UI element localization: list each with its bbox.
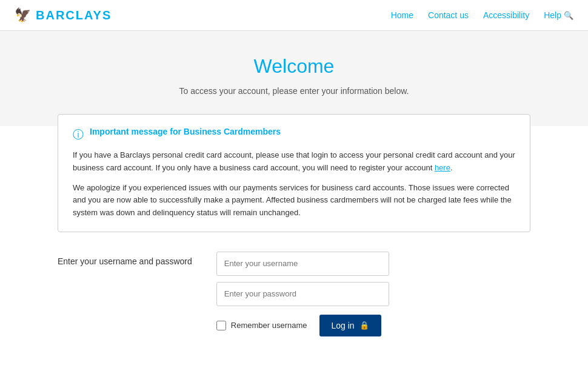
welcome-title: Welcome (12, 55, 576, 78)
remember-username-checkbox[interactable] (216, 321, 226, 330)
barclays-eagle-icon: 🦅 (15, 7, 31, 23)
password-input[interactable] (216, 282, 389, 306)
info-icon: ⓘ (73, 127, 84, 142)
header: 🦅 BARCLAYS Home Contact us Accessibility… (0, 0, 588, 31)
info-header: ⓘ Important message for Business Cardmem… (73, 127, 515, 142)
nav-accessibility[interactable]: Accessibility (483, 10, 529, 20)
remember-username-label[interactable]: Remember username (231, 321, 307, 330)
remember-me-container: Remember username (216, 321, 307, 330)
nav-links: Home Contact us Accessibility Help 🔍 (391, 10, 573, 20)
login-actions: Remember username Log in 🔒 (216, 315, 389, 336)
nav-home[interactable]: Home (391, 10, 413, 20)
hero-section: Welcome To access your account, please e… (0, 31, 588, 126)
nav-contact[interactable]: Contact us (428, 10, 469, 20)
lock-icon: 🔒 (359, 321, 369, 330)
logo-text: BARCLAYS (36, 8, 112, 22)
username-input[interactable] (216, 252, 389, 276)
login-button[interactable]: Log in 🔒 (319, 315, 381, 336)
info-paragraph-2: We apologize if you experienced issues w… (73, 182, 515, 219)
logo-area: 🦅 BARCLAYS (15, 7, 112, 23)
login-section-label: Enter your username and password (58, 252, 192, 266)
info-paragraph-1: If you have a Barclays personal credit c… (73, 149, 515, 175)
login-section: Enter your username and password Remembe… (58, 252, 530, 336)
info-title: Important message for Business Cardmembe… (90, 127, 281, 136)
login-fields: Remember username Log in 🔒 (216, 252, 389, 336)
hero-subtitle: To access your account, please enter you… (12, 86, 576, 96)
main-content: ⓘ Important message for Business Cardmem… (0, 114, 588, 336)
info-box: ⓘ Important message for Business Cardmem… (58, 114, 530, 232)
search-icon: 🔍 (564, 11, 573, 20)
here-link[interactable]: here (435, 163, 450, 172)
nav-help[interactable]: Help 🔍 (544, 10, 573, 20)
